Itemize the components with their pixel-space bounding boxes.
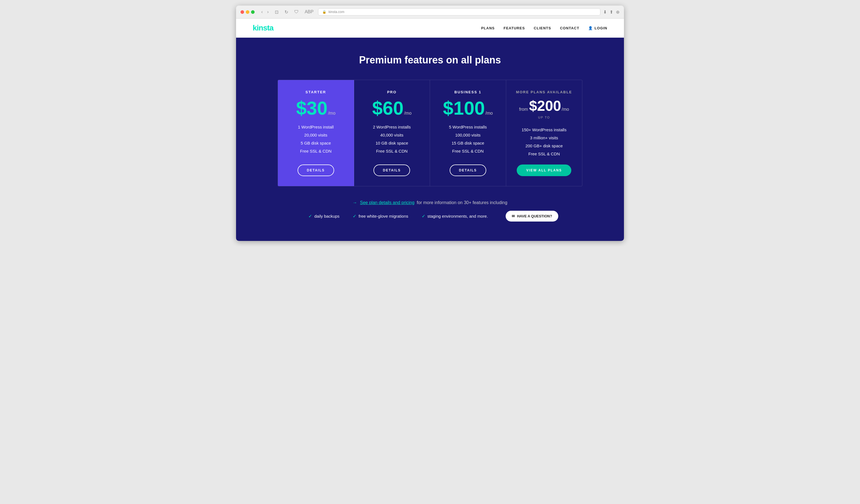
features-row: ✓ daily backups ✓ free white-glove migra…: [253, 211, 607, 222]
download-icon[interactable]: ⬇: [603, 10, 607, 15]
pricing-section: Premium features on all plans STARTER $3…: [236, 38, 624, 241]
nav-features[interactable]: FEATURES: [504, 26, 525, 30]
feature-staging-text: staging environments, and more.: [428, 214, 488, 219]
back-button[interactable]: ‹: [260, 9, 264, 15]
share-icon[interactable]: ⬆: [610, 10, 613, 15]
feature-staging: ✓ staging environments, and more.: [422, 213, 488, 219]
list-item: Free SSL & CDN: [522, 151, 567, 156]
pro-price-period: /mo: [404, 111, 412, 116]
logo[interactable]: kinsta: [253, 24, 273, 32]
plan-pro: PRO $60 /mo 2 WordPress installs 40,000 …: [354, 80, 430, 186]
minimize-dot[interactable]: [246, 10, 249, 14]
new-tab-icon[interactable]: ⊕: [616, 10, 619, 15]
more-features: 150+ WordPress installs 3 million+ visit…: [522, 128, 567, 156]
maximize-dot[interactable]: [251, 10, 255, 14]
more-price-from: from: [519, 107, 528, 112]
more-price: from $200 /mo: [519, 99, 569, 113]
forward-button[interactable]: ›: [266, 9, 270, 15]
up-to-label: UP TO: [538, 116, 550, 119]
starter-plan-name: STARTER: [305, 90, 326, 94]
starter-features: 1 WordPress install 20,000 visits 5 GB d…: [298, 124, 333, 156]
site-content: kinsta PLANS FEATURES CLIENTS CONTACT 👤 …: [236, 18, 624, 241]
nav-plans[interactable]: PLANS: [481, 26, 494, 30]
person-icon: 👤: [588, 26, 593, 30]
pro-price: $60 /mo: [372, 99, 412, 117]
check-icon-2: ✓: [353, 213, 356, 219]
adblock-button[interactable]: ABP: [303, 9, 315, 15]
plan-starter: STARTER $30 /mo 1 WordPress install 20,0…: [278, 80, 354, 186]
list-item: 100,000 visits: [449, 133, 487, 137]
list-item: 3 million+ visits: [522, 135, 567, 140]
see-plan-link[interactable]: See plan details and pricing: [360, 200, 415, 205]
window-controls: [241, 10, 255, 14]
nav-contact[interactable]: CONTACT: [560, 26, 579, 30]
more-price-amount: $200: [529, 99, 561, 113]
see-plan-row: → See plan details and pricing for more …: [253, 200, 607, 205]
have-question-button[interactable]: ✉ HAVE A QUESTION?: [506, 211, 558, 222]
envelope-icon: ✉: [512, 214, 515, 218]
starter-details-button[interactable]: DETAILS: [298, 164, 334, 176]
extension-button[interactable]: 🛡: [292, 9, 300, 15]
list-item: Free SSL & CDN: [298, 149, 333, 153]
more-price-period: /mo: [562, 107, 569, 112]
close-dot[interactable]: [241, 10, 244, 14]
plan-business1: BUSINESS 1 $100 /mo 5 WordPress installs…: [430, 80, 506, 186]
check-icon-3: ✓: [422, 213, 425, 219]
url-text: kinsta.com: [329, 10, 344, 14]
lock-icon: 🔒: [322, 10, 326, 14]
starter-price: $30 /mo: [296, 99, 335, 117]
plan-more: MORE PLANS AVAILABLE from $200 /mo UP TO…: [506, 80, 583, 186]
pro-plan-name: PRO: [387, 90, 397, 94]
arrow-icon: →: [353, 200, 357, 205]
pro-price-amount: $60: [372, 99, 403, 117]
list-item: 2 WordPress installs: [373, 124, 411, 129]
refresh-button[interactable]: ↻: [283, 9, 290, 15]
browser-toolbar: ‹ › ⊡ ↻ 🛡 ABP 🔒 kinsta.com ⬇ ⬆ ⊕: [236, 5, 624, 18]
feature-daily-backups: ✓ daily backups: [309, 213, 340, 219]
view-all-plans-button[interactable]: VIEW ALL PLANS: [517, 164, 571, 176]
business1-price-period: /mo: [485, 111, 493, 116]
nav-login[interactable]: 👤 LOGIN: [588, 26, 607, 30]
logo-text: kinsta: [253, 24, 273, 32]
feature-migrations-text: free white-glove migrations: [359, 214, 408, 219]
business1-features: 5 WordPress installs 100,000 visits 15 G…: [449, 124, 487, 156]
pro-details-button[interactable]: DETAILS: [373, 164, 410, 176]
browser-window: ‹ › ⊡ ↻ 🛡 ABP 🔒 kinsta.com ⬇ ⬆ ⊕ kinsta …: [236, 5, 624, 241]
list-item: Free SSL & CDN: [449, 149, 487, 153]
list-item: Free SSL & CDN: [373, 149, 411, 153]
tab-view-button[interactable]: ⊡: [273, 9, 280, 15]
list-item: 5 WordPress installs: [449, 124, 487, 129]
list-item: 10 GB disk space: [373, 141, 411, 145]
site-header: kinsta PLANS FEATURES CLIENTS CONTACT 👤 …: [236, 18, 624, 38]
list-item: 15 GB disk space: [449, 141, 487, 145]
feature-migrations: ✓ free white-glove migrations: [353, 213, 408, 219]
feature-daily-backups-text: daily backups: [314, 214, 340, 219]
list-item: 150+ WordPress installs: [522, 128, 567, 132]
address-bar[interactable]: 🔒 kinsta.com: [318, 8, 600, 15]
pricing-footer: → See plan details and pricing for more …: [253, 200, 607, 222]
pricing-title: Premium features on all plans: [253, 54, 607, 66]
nav-clients[interactable]: CLIENTS: [534, 26, 551, 30]
list-item: 1 WordPress install: [298, 124, 333, 129]
nav-buttons: ‹ ›: [260, 9, 270, 15]
list-item: 5 GB disk space: [298, 141, 333, 145]
toolbar-actions: ⬇ ⬆ ⊕: [603, 10, 619, 15]
business1-price-amount: $100: [443, 99, 485, 117]
list-item: 20,000 visits: [298, 133, 333, 137]
check-icon-1: ✓: [309, 213, 312, 219]
pro-features: 2 WordPress installs 40,000 visits 10 GB…: [373, 124, 411, 156]
business1-plan-name: BUSINESS 1: [454, 90, 481, 94]
more-plan-name: MORE PLANS AVAILABLE: [516, 90, 572, 94]
have-question-label: HAVE A QUESTION?: [517, 214, 552, 218]
starter-price-period: /mo: [328, 111, 335, 116]
business1-price: $100 /mo: [443, 99, 493, 117]
list-item: 40,000 visits: [373, 133, 411, 137]
business1-details-button[interactable]: DETAILS: [450, 164, 486, 176]
main-nav: PLANS FEATURES CLIENTS CONTACT 👤 LOGIN: [481, 26, 607, 30]
starter-price-amount: $30: [296, 99, 328, 117]
pricing-grid: STARTER $30 /mo 1 WordPress install 20,0…: [277, 80, 583, 187]
list-item: 200 GB+ disk space: [522, 144, 567, 148]
link-suffix: for more information on 30+ features inc…: [417, 200, 507, 205]
